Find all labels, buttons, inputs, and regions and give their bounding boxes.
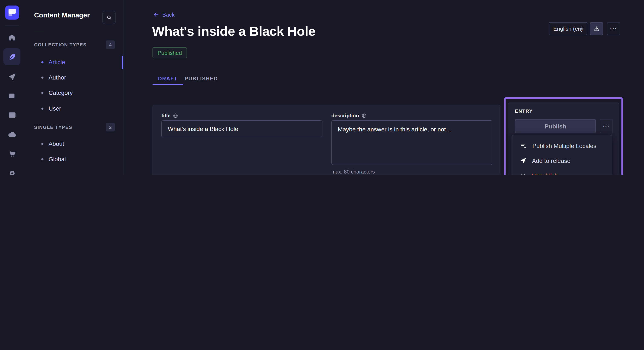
section-collection-types: COLLECTION TYPES — [34, 42, 87, 47]
nav-item-label: Global — [48, 156, 66, 163]
sidebar-item-author[interactable]: Author — [24, 70, 123, 85]
entry-section-label: ENTRY — [515, 108, 533, 114]
menu-item-label: Add to release — [532, 157, 570, 164]
cloud-icon[interactable] — [4, 126, 20, 143]
title-field-label: title — [162, 113, 178, 119]
bullet-icon — [41, 107, 44, 110]
content-manager-feather-icon[interactable] — [4, 48, 20, 65]
icon-sidebar: KD — [0, 0, 25, 175]
media-library-icon[interactable] — [4, 87, 20, 104]
strapi-app: KD Content Manager COLLECTION TYPES 4 Ar… — [0, 0, 644, 175]
back-link[interactable]: Back — [152, 11, 175, 18]
chevron-down-icon — [579, 27, 583, 30]
back-arrow-icon — [152, 11, 159, 18]
bullet-icon — [41, 61, 44, 63]
title-value: What's inside a Black Hole — [168, 126, 238, 132]
description-hint: max. 80 characters — [331, 169, 375, 175]
paper-plane-icon — [520, 157, 526, 164]
bullet-icon — [41, 76, 44, 78]
entry-more-button[interactable]: ··· — [600, 119, 613, 133]
entry-form-panel: title What's inside a Black Hole descrip… — [152, 105, 500, 175]
globe-icon — [362, 113, 366, 118]
tab-draft[interactable]: DRAFT — [152, 73, 183, 84]
marketplace-cart-icon[interactable] — [4, 145, 20, 162]
nav-item-label: Category — [48, 89, 73, 96]
page-title: What's inside a Black Hole — [152, 24, 316, 39]
home-icon[interactable] — [4, 29, 20, 46]
nav-item-label: Author — [48, 74, 66, 81]
nav-item-label: About — [48, 140, 64, 147]
search-button[interactable] — [102, 11, 116, 24]
x-icon — [520, 173, 526, 175]
description-field-label: description — [331, 113, 366, 119]
menu-item-label: Publish Multiple Locales — [532, 142, 596, 149]
sidebar-item-global[interactable]: Global — [24, 151, 123, 167]
bullet-icon — [41, 143, 44, 145]
settings-gear-icon[interactable] — [4, 165, 20, 175]
divider — [34, 31, 44, 31]
title-input[interactable]: What's inside a Black Hole — [162, 120, 322, 137]
list-plus-icon — [520, 142, 527, 149]
export-download-button[interactable] — [590, 22, 603, 35]
bullet-icon — [41, 158, 44, 160]
menu-item-publish-multiple-locales[interactable]: Publish Multiple Locales — [512, 138, 612, 153]
locale-select[interactable]: English (en) — [548, 22, 587, 35]
back-label: Back — [162, 11, 175, 18]
menu-item-add-to-release[interactable]: Add to release — [512, 153, 612, 168]
strapi-logo-icon[interactable] — [5, 5, 19, 19]
header-more-button[interactable]: ··· — [607, 22, 620, 35]
single-types-count-badge: 2 — [106, 123, 115, 131]
active-tab-indicator — [152, 84, 183, 85]
section-single-types: SINGLE TYPES — [34, 125, 72, 130]
collection-types-count-badge: 4 — [106, 40, 115, 49]
sidebar-item-user[interactable]: User — [24, 101, 123, 116]
sidebar-item-article[interactable]: Article — [24, 54, 123, 70]
active-item-indicator — [122, 56, 123, 69]
publish-options-menu: Publish Multiple Locales Add to release … — [512, 135, 612, 175]
menu-item-label: Unpublish — [532, 172, 558, 175]
divider — [5, 25, 19, 26]
search-icon — [106, 15, 112, 20]
sidebar-item-category[interactable]: Category — [24, 85, 123, 100]
description-textarea[interactable]: Maybe the answer is in this article, or … — [331, 120, 492, 165]
download-icon — [594, 26, 600, 32]
globe-icon — [173, 113, 178, 118]
content-type-builder-icon[interactable] — [4, 106, 20, 123]
content-manager-nav: Content Manager COLLECTION TYPES 4 Artic… — [24, 0, 124, 175]
locale-value: English (en) — [553, 25, 583, 32]
bullet-icon — [41, 92, 44, 94]
nav-item-label: Article — [48, 59, 65, 65]
nav-title: Content Manager — [34, 11, 90, 19]
menu-item-unpublish[interactable]: Unpublish — [512, 168, 612, 175]
description-value: Maybe the answer is in this article, or … — [338, 126, 451, 133]
status-badge: Published — [152, 47, 187, 58]
nav-item-label: User — [48, 105, 61, 112]
sidebar-item-about[interactable]: About — [24, 136, 123, 151]
releases-plane-icon[interactable] — [4, 68, 20, 85]
publish-button[interactable]: Publish — [515, 119, 596, 133]
tab-published[interactable]: PUBLISHED — [183, 73, 219, 84]
